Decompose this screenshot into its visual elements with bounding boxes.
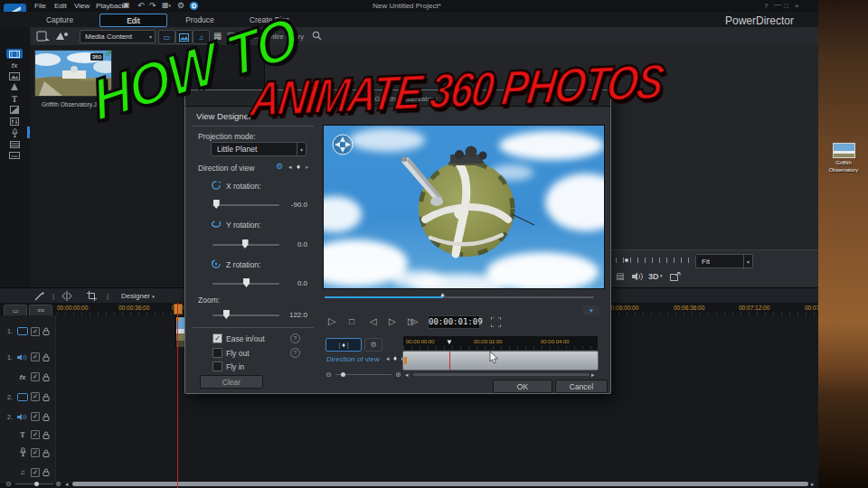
tab-capture[interactable]: Capture: [27, 14, 92, 25]
crop-tool-icon[interactable]: [87, 291, 97, 301]
timeline-hscrollbar[interactable]: [72, 482, 808, 486]
lock-icon[interactable]: [42, 449, 50, 457]
capture-screen-icon[interactable]: ▣: [123, 2, 130, 9]
keyframe-mode-button[interactable]: | ♦ |: [326, 338, 362, 352]
track-enable-checkbox[interactable]: ✓: [31, 327, 40, 336]
track-enable-checkbox[interactable]: ✓: [31, 372, 40, 381]
collapse-chevron-button[interactable]: ▾: [583, 305, 599, 315]
z-rotation-slider[interactable]: [212, 283, 279, 285]
hscroll-left-icon[interactable]: ◂: [65, 481, 69, 488]
y-rotation-slider[interactable]: [212, 244, 279, 246]
cancel-button[interactable]: Cancel: [555, 380, 608, 393]
menu-file[interactable]: File: [34, 3, 46, 10]
capture-import-icon[interactable]: [55, 31, 69, 42]
track-row-voice[interactable]: ✓: [0, 443, 818, 464]
z-rotation-thumb[interactable]: [243, 278, 250, 287]
kf-zoom-knob[interactable]: [341, 372, 345, 377]
kf-hscrollbar[interactable]: [413, 373, 590, 376]
split-tool-icon[interactable]: [61, 291, 72, 301]
stop-button[interactable]: □: [349, 317, 354, 326]
hscroll-right-icon[interactable]: ▸: [811, 481, 815, 488]
minimize-icon[interactable]: —: [774, 1, 781, 8]
detach-preview-icon[interactable]: [670, 272, 681, 281]
previous-frame-button[interactable]: ◁: [370, 317, 377, 326]
kf-track-label[interactable]: Direction of view: [326, 355, 380, 363]
prev-keyframe-icon[interactable]: ◂: [288, 164, 292, 171]
settings-gear-icon[interactable]: ⚙: [177, 2, 184, 10]
desktop-icon-griffith[interactable]: Griffith Observatory: [828, 143, 859, 183]
fullscreen-icon[interactable]: [491, 317, 501, 327]
designer-button[interactable]: Designer ▾: [121, 292, 155, 300]
direction-keyframe-gear-icon[interactable]: ⚙: [276, 162, 283, 171]
room-layout-icon[interactable]: ▦▾: [162, 2, 171, 9]
kf-ruler[interactable]: 00:00:00:00 00:00:02:00 00:00:04:00 ▼: [402, 335, 599, 351]
lock-icon[interactable]: [42, 373, 50, 381]
ease-help-icon[interactable]: ?: [290, 333, 300, 343]
kf-zoom-out-icon[interactable]: ⊖: [326, 371, 332, 379]
timeline-zoom-in-icon[interactable]: ⊕: [55, 480, 61, 488]
maximize-icon[interactable]: □: [784, 3, 788, 10]
y-rotation-thumb[interactable]: [242, 239, 249, 249]
seek-thumb[interactable]: ▲: [439, 291, 446, 297]
sidebar-item-subtitle-room[interactable]: [6, 150, 23, 160]
timeline-zoom-out-icon[interactable]: ⊖: [5, 480, 12, 488]
kf-scroll-left-icon[interactable]: ◂: [405, 371, 409, 379]
3d-toggle[interactable]: 3D ▾: [648, 272, 662, 281]
fly-out-help-icon[interactable]: ?: [290, 348, 300, 358]
sidebar-item-audio-mixing-room[interactable]: [6, 117, 23, 127]
kf-track-bar[interactable]: [402, 351, 599, 371]
import-media-icon[interactable]: [36, 31, 50, 42]
tab-edit[interactable]: Edit: [99, 14, 167, 27]
sidebar-item-pip-room[interactable]: [6, 71, 23, 81]
play-button[interactable]: ▷: [328, 316, 335, 326]
projection-mode-dropdown[interactable]: Little Planet ▾: [211, 142, 307, 156]
close-icon[interactable]: ×: [795, 3, 799, 10]
lock-icon[interactable]: [42, 413, 50, 421]
quality-icon[interactable]: ▤: [616, 272, 624, 281]
next-frame-button[interactable]: ▷: [389, 317, 396, 326]
fly-in-checkbox[interactable]: [212, 361, 222, 371]
kf-scroll-right-icon[interactable]: ▸: [591, 371, 595, 379]
lock-icon[interactable]: [42, 468, 50, 476]
fly-out-checkbox[interactable]: [212, 348, 222, 358]
add-keyframe-icon[interactable]: ♦: [297, 163, 300, 171]
kf-zoom-in-icon[interactable]: ⊕: [395, 371, 401, 379]
kf-add-keyframe-icon[interactable]: ♦: [393, 354, 397, 362]
preview-zoom-dot[interactable]: [625, 258, 628, 262]
seek-bar[interactable]: ▲: [325, 296, 594, 298]
sidebar-item-particle-room[interactable]: [6, 82, 23, 92]
kf-playhead-triangle[interactable]: ▼: [446, 338, 453, 346]
sidebar-item-effect-room[interactable]: fx: [6, 61, 23, 70]
undo-icon[interactable]: ↶: [137, 2, 145, 10]
track-enable-checkbox[interactable]: ✓: [31, 412, 40, 421]
lock-icon[interactable]: [42, 431, 50, 439]
track-enable-checkbox[interactable]: ✓: [31, 392, 40, 401]
track-enable-checkbox[interactable]: ✓: [31, 430, 40, 439]
track-row-audio2[interactable]: 2. ✓: [0, 407, 818, 427]
track-enable-checkbox[interactable]: ✓: [31, 352, 40, 361]
fit-dropdown[interactable]: Fit ▾: [695, 254, 753, 268]
next-keyframe-icon[interactable]: ▸: [306, 164, 309, 171]
dialog-tab-view-designer[interactable]: View Designer: [196, 111, 251, 121]
playhead-grip[interactable]: [174, 304, 183, 314]
timeline-zoom-knob[interactable]: [34, 482, 39, 486]
track-row-title[interactable]: T ✓: [0, 427, 818, 444]
lock-icon[interactable]: [42, 353, 50, 361]
sidebar-item-transition-room[interactable]: [6, 105, 23, 115]
zoom-slider[interactable]: [212, 314, 279, 316]
zoom-thumb[interactable]: [223, 310, 230, 319]
menu-view[interactable]: View: [74, 3, 90, 10]
x-rotation-thumb[interactable]: [213, 200, 220, 209]
menu-playback[interactable]: Playback: [96, 3, 125, 10]
speaker-icon[interactable]: [632, 272, 643, 281]
track-enable-checkbox[interactable]: ✓: [31, 468, 40, 477]
kf-prev-keyframe-icon[interactable]: ◂: [386, 355, 390, 362]
redo-icon[interactable]: ↷: [149, 2, 156, 10]
timeline-playhead[interactable]: [177, 303, 178, 488]
ease-in-out-checkbox[interactable]: ✓: [212, 333, 222, 343]
ok-button[interactable]: OK: [493, 380, 552, 393]
sidebar-item-title-room[interactable]: T: [6, 94, 23, 104]
track-enable-checkbox[interactable]: ✓: [31, 448, 40, 457]
directorzone-icon[interactable]: D: [190, 2, 198, 10]
fast-forward-button[interactable]: ▷▷: [408, 317, 414, 326]
